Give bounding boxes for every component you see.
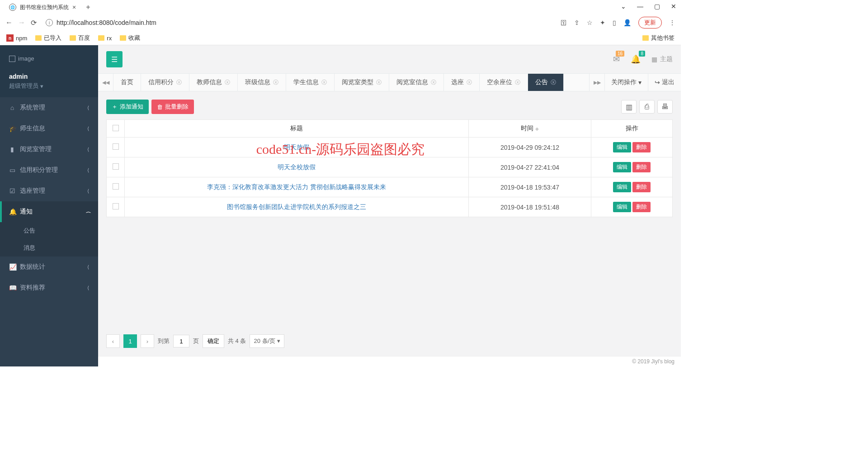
tab-7[interactable]: 选座ⓧ xyxy=(444,74,480,91)
chevron-down-icon: ▾ xyxy=(277,338,280,344)
tab-scroll-left[interactable]: ◀◀ xyxy=(98,74,113,91)
browser-tab[interactable]: 🌐 图书馆座位预约系统 × xyxy=(4,1,81,14)
bell-icon[interactable]: 🔔8 xyxy=(631,54,641,64)
row-checkbox[interactable] xyxy=(113,203,119,209)
sidebar-item-7[interactable]: 📖资料推荐⟨ xyxy=(0,277,98,298)
edit-button[interactable]: 编辑 xyxy=(613,202,631,212)
theme-button[interactable]: ▦主题 xyxy=(651,55,673,63)
columns-button[interactable]: ▥ xyxy=(621,100,637,114)
page-number[interactable]: 1 xyxy=(123,334,137,348)
tab-scroll-right[interactable]: ▶▶ xyxy=(589,74,604,91)
key-icon[interactable]: ⚿ xyxy=(561,19,567,26)
forward-icon[interactable]: → xyxy=(18,19,25,27)
new-tab-button[interactable]: + xyxy=(81,3,94,11)
delete-button[interactable]: 删除 xyxy=(632,182,651,192)
edit-button[interactable]: 编辑 xyxy=(613,142,631,152)
close-tab-icon[interactable]: × xyxy=(72,4,76,11)
back-icon[interactable]: ← xyxy=(5,19,13,27)
sidebar-item-5[interactable]: 🔔通知⟨ xyxy=(0,201,98,222)
row-checkbox[interactable] xyxy=(113,163,119,170)
delete-button[interactable]: 删除 xyxy=(632,202,651,212)
column-header[interactable]: 时间◆ xyxy=(469,120,591,138)
tab-3[interactable]: 班级信息ⓧ xyxy=(238,74,286,91)
per-page-select[interactable]: 20 条/页 ▾ xyxy=(250,334,284,348)
edit-button[interactable]: 编辑 xyxy=(613,182,631,192)
sidebar-toggle-button[interactable]: ☰ xyxy=(106,51,123,67)
sidebar-item-1[interactable]: 🎓师生信息⟨ xyxy=(0,118,98,139)
tab-5[interactable]: 阅览室类型ⓧ xyxy=(335,74,389,91)
tab-4[interactable]: 学生信息ⓧ xyxy=(286,74,335,91)
tab-1[interactable]: 信用积分ⓧ xyxy=(141,74,189,91)
sidebar-item-0[interactable]: ⌂系统管理⟨ xyxy=(0,97,98,118)
bookmark-npm[interactable]: nnpm xyxy=(6,34,27,42)
row-checkbox[interactable] xyxy=(113,183,119,190)
sidebar-item-6[interactable]: 📈数据统计⟨ xyxy=(0,257,98,277)
share-icon[interactable]: ⇪ xyxy=(574,19,580,26)
tab-0[interactable]: 首页 xyxy=(113,74,141,91)
close-tab-icon[interactable]: ⓧ xyxy=(467,79,472,86)
dropdown-icon[interactable]: ⌄ xyxy=(621,3,626,10)
bookmark-rx[interactable]: rx xyxy=(98,35,112,42)
close-tab-icon[interactable]: ⓧ xyxy=(273,79,278,86)
close-window-icon[interactable]: ✕ xyxy=(671,3,676,10)
add-notice-button[interactable]: ＋添加通知 xyxy=(106,100,149,114)
tab-9[interactable]: 公告ⓧ xyxy=(528,74,564,91)
bookmark-baidu[interactable]: 百度 xyxy=(70,34,90,42)
logo-icon xyxy=(9,56,15,62)
row-checkbox[interactable] xyxy=(113,143,119,150)
footer: © 2019 Jiyl's blog xyxy=(98,356,681,366)
print-button[interactable]: 🖶 xyxy=(657,100,673,114)
profile-icon[interactable]: 👤 xyxy=(623,19,631,26)
close-tab-icon[interactable]: ⓧ xyxy=(515,79,520,86)
row-time: 2019-04-18 19:51:48 xyxy=(469,197,591,217)
page-prev[interactable]: ‹ xyxy=(106,334,120,348)
panel-icon[interactable]: ▯ xyxy=(613,19,616,26)
sidebar-item-2[interactable]: ▮阅览室管理⟨ xyxy=(0,139,98,160)
logout-button[interactable]: ↪退出 xyxy=(648,74,681,91)
bookmark-other[interactable]: 其他书签 xyxy=(642,34,675,42)
export-button[interactable]: ⎙ xyxy=(639,100,655,114)
maximize-icon[interactable]: ▢ xyxy=(654,3,660,10)
chevron-icon: ⟨ xyxy=(85,211,91,213)
close-tab-icon[interactable]: ⓧ xyxy=(176,79,182,86)
sidebar-subitem-0[interactable]: 公告 xyxy=(0,222,98,239)
tab-8[interactable]: 空余座位ⓧ xyxy=(480,74,528,91)
reload-icon[interactable]: ⟳ xyxy=(31,19,37,27)
extension-icon[interactable]: ✦ xyxy=(600,19,605,26)
tab-2[interactable]: 教师信息ⓧ xyxy=(189,74,238,91)
close-ops-button[interactable]: 关闭操作▾ xyxy=(604,74,648,91)
page-input[interactable] xyxy=(173,335,189,347)
edit-button[interactable]: 编辑 xyxy=(613,162,631,172)
close-tab-icon[interactable]: ⓧ xyxy=(225,79,230,86)
delete-button[interactable]: 删除 xyxy=(632,162,651,172)
checkbox-all[interactable] xyxy=(113,125,119,131)
mail-icon[interactable]: ✉16 xyxy=(613,54,620,64)
bulk-delete-button[interactable]: 🗑批量删除 xyxy=(151,100,194,114)
close-tab-icon[interactable]: ⓧ xyxy=(321,79,327,86)
row-title-link[interactable]: 图书馆服务创新团队走进学院机关的系列报道之三 xyxy=(227,203,366,210)
bookmark-fav[interactable]: 收藏 xyxy=(120,34,140,42)
row-title-link[interactable]: 明天全校放假 xyxy=(278,163,316,171)
close-tab-icon[interactable]: ⓧ xyxy=(376,79,382,86)
tab-6[interactable]: 阅览室信息ⓧ xyxy=(389,74,444,91)
profile-role[interactable]: 超级管理员▾ xyxy=(9,82,89,90)
address-bar[interactable]: i http://localhost:8080/code/main.htm xyxy=(42,16,555,29)
close-tab-icon[interactable]: ⓧ xyxy=(551,79,556,86)
star-icon[interactable]: ☆ xyxy=(587,19,593,26)
page-next[interactable]: › xyxy=(141,334,154,348)
sidebar-subitem-1[interactable]: 消息 xyxy=(0,239,98,257)
trash-icon: 🗑 xyxy=(157,104,163,110)
tab-title: 图书馆座位预约系统 xyxy=(20,4,69,11)
bookmark-imported[interactable]: 已导入 xyxy=(35,34,61,42)
row-title-link[interactable]: 明天放假 xyxy=(284,143,309,151)
row-title-link[interactable]: 李克强：深化教育改革激发更大活力 贯彻创新战略赢得发展未来 xyxy=(207,183,386,190)
delete-button[interactable]: 删除 xyxy=(632,142,651,152)
sidebar-item-3[interactable]: ▭信用积分管理⟨ xyxy=(0,160,98,181)
sidebar-item-4[interactable]: ☑选座管理⟨ xyxy=(0,181,98,201)
update-button[interactable]: 更新 xyxy=(638,17,662,29)
page-confirm-button[interactable]: 确定 xyxy=(203,334,224,348)
chevron-icon: ⟨ xyxy=(87,126,89,132)
menu-icon[interactable]: ⋮ xyxy=(669,19,675,26)
minimize-icon[interactable]: — xyxy=(637,3,643,10)
close-tab-icon[interactable]: ⓧ xyxy=(431,79,436,86)
